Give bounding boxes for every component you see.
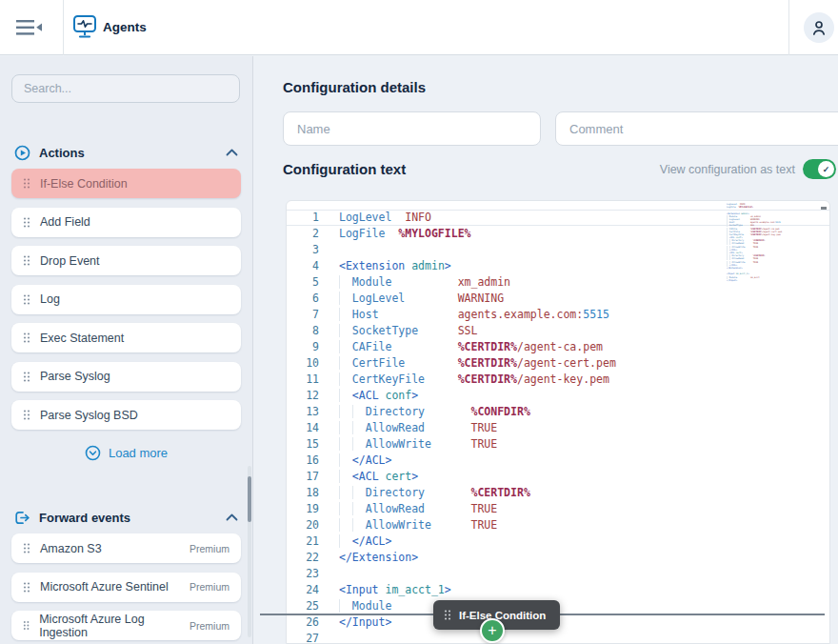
- load-more-button[interactable]: Load more: [11, 442, 241, 463]
- user-icon: [810, 19, 828, 36]
- code-lines: 1LogLevel INFO2LogFile %MYLOGFILE%34<Ext…: [287, 210, 829, 644]
- line-number: 21: [287, 533, 319, 550]
- code-line-22[interactable]: 22</Extension>: [287, 550, 829, 566]
- code-line-4[interactable]: 4<Extension admin>: [287, 258, 829, 274]
- line-number: 17: [287, 469, 319, 485]
- sidebar-item-amazon-s3[interactable]: Amazon S3Premium: [11, 533, 241, 563]
- code-line-3[interactable]: 3: [287, 242, 829, 258]
- drag-handle-icon: [444, 609, 451, 621]
- sidebar-item-microsoft-azure-log-ingestion[interactable]: Microsoft Azure Log IngestionPremium: [11, 611, 241, 640]
- line-number: 25: [287, 598, 319, 614]
- toggle-knob-check-icon: ✓: [818, 161, 834, 177]
- line-number: 13: [287, 404, 319, 420]
- header-divider: [63, 0, 64, 55]
- code-line-6[interactable]: 6 LogLevel WARNING: [287, 291, 829, 307]
- section-label: Forward events: [39, 511, 130, 525]
- code-line-20[interactable]: 20 AllowWrite TRUE: [287, 517, 829, 533]
- drag-handle-icon: [23, 542, 30, 554]
- line-number: 7: [287, 307, 319, 323]
- section-header-actions[interactable]: Actions: [11, 141, 241, 164]
- sidebar-item-label: If-Else Condition: [40, 177, 128, 191]
- sidebar-item-label: Amazon S3: [40, 542, 102, 555]
- configuration-code-editor[interactable]: 1LogLevel INFO2LogFile %MYLOGFILE%34<Ext…: [286, 200, 830, 644]
- drag-handle-icon: [23, 332, 30, 344]
- line-number: 26: [287, 614, 319, 631]
- section-label: Actions: [39, 146, 85, 160]
- line-number: 22: [287, 550, 319, 566]
- code-line-21[interactable]: 21 </ACL>: [287, 533, 829, 550]
- code-line-5[interactable]: 5 Module xm_admin: [287, 274, 829, 291]
- sidebar-item-microsoft-azure-sentinel[interactable]: Microsoft Azure SentinelPremium: [11, 573, 241, 602]
- line-number: 24: [287, 582, 319, 598]
- sidebar-item-label: Microsoft Azure Log Ingestion: [39, 613, 180, 639]
- sidebar-item-label: Microsoft Azure Sentinel: [40, 580, 169, 594]
- sidebar-scrollbar-thumb[interactable]: [248, 476, 251, 522]
- forward-events-item-list: Amazon S3Premium Microsoft Azure Sentine…: [11, 533, 241, 640]
- sidebar-item-if-else-condition[interactable]: If-Else Condition: [11, 169, 241, 198]
- code-line-7[interactable]: 7 Host agents.example.com:5515: [287, 307, 829, 323]
- code-line-12[interactable]: 12 <ACL conf>: [287, 388, 829, 404]
- code-line-10[interactable]: 10 CertFile %CERTDIR%/agent-cert.pem: [287, 355, 829, 372]
- sidebar-item-label: Add Field: [40, 215, 90, 229]
- line-number: 20: [287, 517, 319, 533]
- chevron-up-icon[interactable]: [226, 149, 238, 156]
- line-number: 10: [287, 355, 319, 372]
- premium-badge: Premium: [190, 620, 229, 632]
- code-line-11[interactable]: 11 CertKeyFile %CERTDIR%/agent-key.pem: [287, 372, 829, 388]
- code-line-9[interactable]: 9 CAFile %CERTDIR%/agent-ca.pem: [287, 339, 829, 355]
- sidebar-item-add-field[interactable]: Add Field: [11, 208, 241, 237]
- chevron-up-icon[interactable]: [226, 513, 238, 521]
- agents-monitor-pulse-icon: [72, 14, 97, 40]
- code-line-14[interactable]: 14 AllowRead TRUE: [287, 420, 829, 436]
- line-number: 4: [287, 258, 319, 274]
- code-line-24[interactable]: 24<Input im_acct_1>: [287, 582, 829, 598]
- user-avatar-button[interactable]: [804, 12, 834, 43]
- code-line-13[interactable]: 13 Directory %CONFDIR%: [287, 404, 829, 420]
- name-field[interactable]: [283, 111, 541, 146]
- line-number: 19: [287, 501, 319, 517]
- code-line-23[interactable]: 23: [287, 566, 829, 582]
- app-header: Agents: [0, 0, 838, 55]
- page-title: Agents: [103, 20, 147, 34]
- sidebar-item-parse-syslog[interactable]: Parse Syslog: [11, 362, 241, 392]
- sidebar-item-drop-event[interactable]: Drop Event: [11, 246, 241, 275]
- sidebar-item-label: Parse Syslog: [40, 370, 110, 383]
- search-input[interactable]: [11, 74, 240, 103]
- collapse-sidebar-icon[interactable]: [16, 19, 43, 36]
- drop-add-indicator: +: [480, 618, 505, 643]
- code-line-18[interactable]: 18 Directory %CERTDIR%: [287, 485, 829, 501]
- code-line-27[interactable]: 27: [287, 631, 829, 644]
- section-header-forward-events[interactable]: Forward events: [11, 506, 241, 529]
- code-line-2: 2LogFile %MYLOGFILE%: [727, 206, 786, 209]
- code-line-1[interactable]: 1LogLevel INFO: [287, 210, 829, 226]
- main-content: Configuration details Configuration text…: [254, 56, 838, 644]
- line-number: 12: [287, 388, 319, 404]
- sidebar-item-log[interactable]: Log: [11, 285, 241, 314]
- sidebar-item-label: Log: [40, 292, 60, 306]
- chevron-down-circle-icon: [85, 445, 101, 461]
- code-line-2[interactable]: 2LogFile %MYLOGFILE%: [287, 226, 829, 242]
- code-line-19[interactable]: 19 AllowRead TRUE: [287, 501, 829, 517]
- view-as-text-toggle[interactable]: ✓: [803, 159, 836, 179]
- drag-tooltip-label: If-Else Condition: [459, 610, 546, 621]
- comment-field[interactable]: [555, 111, 838, 146]
- line-number: 9: [287, 339, 319, 355]
- premium-badge: Premium: [190, 543, 229, 554]
- code-line-16[interactable]: 16 </ACL>: [287, 453, 829, 469]
- line-number: 27: [287, 631, 319, 644]
- forward-icon: [14, 510, 30, 526]
- code-line-17[interactable]: 17 <ACL cert>: [287, 469, 829, 485]
- line-number: 11: [287, 372, 319, 388]
- line-number: 16: [287, 453, 319, 469]
- sidebar-item-exec-statement[interactable]: Exec Statement: [11, 323, 241, 352]
- drag-handle-icon: [23, 371, 30, 383]
- code-line-8[interactable]: 8 SocketType SSL: [287, 323, 829, 339]
- line-number: 8: [287, 323, 319, 339]
- code-line-1: 1LogLevel INFO: [727, 203, 786, 206]
- header-divider: [788, 0, 789, 55]
- sidebar-item-parse-syslog-bsd[interactable]: Parse Syslog BSD: [11, 400, 241, 430]
- code-line-15[interactable]: 15 AllowWrite TRUE: [287, 436, 829, 453]
- line-number: 2: [287, 226, 319, 242]
- sidebar-item-label: Parse Syslog BSD: [40, 409, 138, 422]
- play-circle-icon: [14, 145, 30, 161]
